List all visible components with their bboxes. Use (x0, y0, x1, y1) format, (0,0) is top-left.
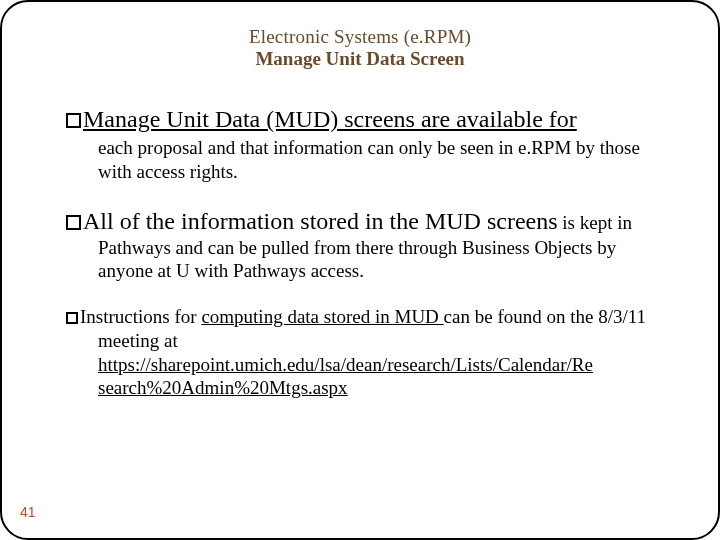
bullet2-lead: All of the information stored in the MUD… (83, 208, 558, 234)
bullet-item-1: Manage Unit Data (MUD) screens are avail… (66, 104, 668, 184)
square-bullet-icon (66, 215, 81, 230)
square-bullet-icon (66, 312, 78, 324)
bullet1-continuation: each proposal and that information can o… (98, 136, 668, 184)
header-line-2: Manage Unit Data Screen (182, 48, 538, 70)
header-line-1: Electronic Systems (e.RPM) (182, 26, 538, 48)
square-bullet-icon (66, 113, 81, 128)
bullet-item-3: Instructions for computing data stored i… (66, 305, 668, 400)
bullet3-pre: Instructions for (80, 306, 201, 327)
slide-body: Manage Unit Data (MUD) screens are avail… (42, 104, 678, 400)
page-number: 41 (20, 504, 36, 520)
bullet3-underline: computing data stored in MUD (201, 306, 443, 327)
slide-frame: Electronic Systems (e.RPM) Manage Unit D… (0, 0, 720, 540)
bullet1-lead: Manage Unit Data (MUD) screens are avail… (83, 106, 577, 132)
bullet3-link: https://sharepoint.umich.edu/lsa/dean/re… (98, 353, 593, 401)
slide-header: Electronic Systems (e.RPM) Manage Unit D… (182, 26, 538, 70)
bullet-item-2: All of the information stored in the MUD… (66, 206, 668, 284)
